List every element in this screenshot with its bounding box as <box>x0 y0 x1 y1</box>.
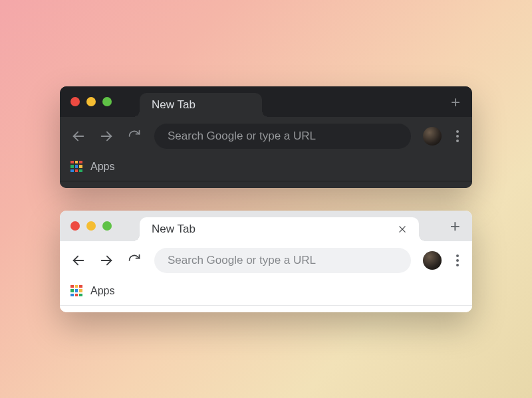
profile-avatar[interactable] <box>423 251 442 270</box>
new-tab-button[interactable]: + <box>451 94 460 110</box>
zoom-window-button[interactable] <box>102 221 112 231</box>
kebab-dot-icon <box>456 264 459 266</box>
kebab-dot-icon <box>456 135 459 138</box>
page-content <box>60 306 472 312</box>
kebab-dot-icon <box>456 254 459 257</box>
tab-strip: New Tab + <box>60 86 472 117</box>
new-tab-button[interactable]: + <box>450 217 460 235</box>
close-window-button[interactable] <box>70 97 80 106</box>
arrow-left-icon <box>71 129 86 144</box>
arrow-right-icon <box>99 253 114 268</box>
forward-button[interactable] <box>98 252 114 268</box>
profile-avatar[interactable] <box>423 127 442 146</box>
window-controls <box>70 221 112 231</box>
overflow-menu-button[interactable] <box>454 130 462 142</box>
plus-icon: + <box>450 216 460 236</box>
window-controls <box>70 97 112 106</box>
back-button[interactable] <box>70 252 86 268</box>
arrow-right-icon <box>99 129 114 144</box>
forward-button[interactable] <box>98 128 114 144</box>
reload-icon <box>128 254 141 267</box>
toolbar: Search Google or type a URL <box>60 117 472 155</box>
kebab-dot-icon <box>456 259 459 262</box>
address-bar[interactable]: Search Google or type a URL <box>154 124 411 149</box>
back-button[interactable] <box>70 128 86 144</box>
minimize-window-button[interactable] <box>86 97 96 106</box>
address-bar-placeholder: Search Google or type a URL <box>168 254 316 267</box>
bookmarks-bar: Apps <box>60 280 472 306</box>
address-bar[interactable]: Search Google or type a URL <box>154 248 411 273</box>
zoom-window-button[interactable] <box>102 97 112 106</box>
overflow-menu-button[interactable] <box>454 254 462 266</box>
tab-strip: New Tab + <box>60 211 472 241</box>
page-content <box>60 181 472 188</box>
plus-icon: + <box>451 93 460 111</box>
browser-window-dark: New Tab + Search Google or type a URL <box>60 86 472 188</box>
apps-bookmark[interactable]: Apps <box>90 285 114 297</box>
browser-window-light: New Tab + Search Google or type a URL <box>60 211 472 312</box>
apps-grid-icon <box>70 161 82 173</box>
kebab-dot-icon <box>456 140 459 142</box>
tab-active[interactable]: New Tab <box>140 93 262 117</box>
address-bar-placeholder: Search Google or type a URL <box>168 130 316 143</box>
minimize-window-button[interactable] <box>86 221 96 231</box>
tab-active[interactable]: New Tab <box>140 217 419 241</box>
close-window-button[interactable] <box>70 221 80 231</box>
kebab-dot-icon <box>456 130 459 133</box>
arrow-left-icon <box>71 253 86 268</box>
reload-icon <box>128 130 141 143</box>
apps-grid-icon <box>70 285 82 297</box>
bookmarks-bar: Apps <box>60 155 472 181</box>
toolbar: Search Google or type a URL <box>60 241 472 280</box>
reload-button[interactable] <box>126 252 142 268</box>
close-tab-button[interactable] <box>398 225 407 234</box>
tab-title: New Tab <box>152 223 196 236</box>
tab-title: New Tab <box>152 98 196 112</box>
close-icon <box>398 225 407 234</box>
reload-button[interactable] <box>126 128 142 144</box>
apps-bookmark[interactable]: Apps <box>90 161 114 173</box>
